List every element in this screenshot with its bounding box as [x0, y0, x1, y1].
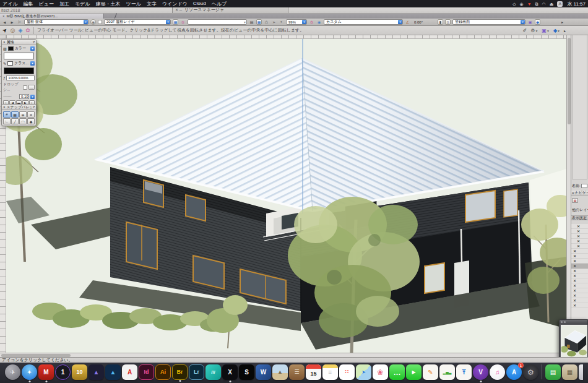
dock-green-folder[interactable]: ▤ — [545, 364, 561, 380]
diamond-icon[interactable]: ◇ — [512, 2, 516, 6]
zoom-dropdown[interactable]: 99% ▼ — [286, 19, 307, 25]
layer-check[interactable] — [98, 20, 102, 24]
menu-アイル[interactable]: アイル — [2, 1, 18, 7]
drop-shadow-check[interactable] — [23, 85, 27, 90]
snap-palette-header[interactable]: × スナップパレット ? — [2, 105, 36, 110]
pen-preview[interactable] — [4, 67, 34, 74]
layer-stepper-icon[interactable]: ▼ — [166, 20, 170, 24]
menu-文字[interactable]: 文字 — [147, 1, 157, 7]
layer-row-10[interactable]: ✕ — [571, 273, 588, 278]
dock-mcafee[interactable]: M — [38, 364, 54, 380]
dock-contacts[interactable]: ☰ — [289, 364, 305, 380]
pen-style-swatch[interactable] — [7, 61, 13, 66]
layer-dropdown[interactable]: 202F 屋根レイヤ ▼ — [104, 19, 171, 25]
mcafee-shield-icon[interactable]: ▼ — [527, 2, 532, 6]
nav-mode-icon[interactable]: ✿ — [572, 198, 578, 203]
menu-Cloud[interactable]: Cloud — [193, 1, 206, 7]
lineweight-slider[interactable]: –·–––– — [3, 95, 18, 98]
pane-single-icon[interactable]: ▮ — [438, 19, 443, 25]
dock-bridge[interactable]: Br — [172, 364, 188, 380]
visibility-mark[interactable]: ✕ — [573, 249, 576, 253]
layer-row-11[interactable]: ✕ — [571, 278, 588, 283]
view-dropdown[interactable]: 登録画面 ▼ — [452, 19, 525, 25]
document-tab[interactable]: × M邸 BIM化 推進本部2024071... — [0, 14, 104, 19]
layer-row-4[interactable]: ✕ — [571, 244, 588, 249]
class-dropdown[interactable]: 屋根-躯体 ▼ — [24, 19, 89, 25]
dock-word[interactable]: W — [256, 364, 271, 380]
vertical-scrollbar[interactable] — [566, 35, 571, 357]
snap-object-icon[interactable]: ▦ — [11, 111, 19, 118]
grid-toggle-icon[interactable]: ▦ — [256, 19, 262, 25]
menu-モデル[interactable]: モデル — [75, 1, 90, 7]
layer-row-12[interactable]: ✕ — [571, 283, 588, 288]
snap-angle-icon[interactable]: ∟ — [3, 118, 11, 124]
visibility-mark[interactable]: ✕ — [577, 229, 580, 233]
visibility-mark[interactable]: ✕ — [573, 283, 576, 288]
display-settings-header[interactable]: 表示設定 — [571, 215, 588, 220]
menu-加工[interactable]: 加工 — [59, 1, 69, 7]
gear-menu-icon[interactable]: ⚙▼ — [530, 28, 538, 33]
layer-row-2[interactable]: ✕ — [571, 234, 588, 239]
dock-preview[interactable]: ▲ — [272, 364, 288, 380]
visibility-mark[interactable]: ✕ — [573, 273, 576, 278]
toolbar-overflow-icon[interactable]: ▸ — [560, 19, 565, 25]
viewport-3d[interactable] — [6, 39, 566, 353]
announce-icon[interactable]: ⚐ — [17, 19, 22, 25]
attributes-help-icon[interactable]: ? — [33, 40, 35, 44]
dock-vectorworks[interactable]: V — [473, 364, 488, 380]
layer-row-5[interactable]: ✕ — [571, 249, 588, 254]
visibility-mark[interactable]: ✕ — [577, 244, 580, 248]
zoom-stepper-icon[interactable]: ▼ — [302, 20, 306, 24]
home-view-icon[interactable]: ⌂ — [264, 19, 269, 25]
dock-illustrator[interactable]: Ai — [155, 364, 171, 380]
visibility-mark[interactable]: ✕ — [573, 278, 576, 283]
plane-mode-icon[interactable]: ◈ — [18, 27, 22, 33]
dock-capture-one[interactable]: 1 — [55, 364, 71, 380]
diamond-menu-icon[interactable]: ◆▼ — [553, 28, 560, 33]
dock-messages[interactable]: … — [389, 364, 405, 380]
navigation-palette-header[interactable]: × ナビゲー — [571, 191, 588, 196]
navigation-close-icon[interactable]: × — [572, 191, 574, 195]
render-style-dropdown[interactable]: カスタム ▼ — [324, 19, 403, 25]
menu-ウインドウ[interactable]: ウインドウ — [162, 1, 188, 7]
snap-point-icon[interactable]: ⊕ — [19, 111, 27, 118]
input-source-icon[interactable]: A — [557, 1, 563, 7]
menu-ビュー[interactable]: ビュー — [39, 1, 54, 7]
walkthrough-icon[interactable]: ➣ — [271, 19, 277, 25]
layer-row-7[interactable]: ✕ — [571, 259, 588, 264]
dock-app-store[interactable]: A1 — [506, 364, 522, 380]
fill-color-swatch[interactable] — [8, 46, 14, 51]
preview-control-dot[interactable] — [561, 321, 563, 323]
dock-s-app[interactable]: S — [239, 364, 254, 380]
sheet-icon[interactable]: ▤ — [249, 19, 254, 25]
lineweight-field[interactable]: 0.10 — [19, 94, 29, 99]
render-stepper-icon[interactable]: ▼ — [398, 20, 402, 24]
cube-menu-icon[interactable]: ▣▼ — [542, 28, 550, 33]
angle-field[interactable]: 0.00° — [412, 19, 436, 25]
layer-row-3[interactable]: ✕ — [571, 239, 588, 244]
dock-indesign[interactable]: Id — [139, 364, 154, 380]
dock-shield-10[interactable]: 10 — [72, 364, 87, 380]
flower-mode-icon[interactable]: ✿ — [25, 27, 30, 33]
layer-row-16[interactable]: ✕ — [571, 303, 588, 308]
name-field[interactable] — [581, 184, 587, 188]
eye-icon[interactable]: ◉ — [316, 19, 322, 25]
fill-preview[interactable] — [4, 53, 34, 59]
wifi-icon[interactable]: ◠ — [542, 2, 546, 6]
dock-maps[interactable]: ➤ — [356, 364, 371, 380]
flower-tool-icon[interactable]: ✿ — [180, 19, 186, 25]
visibility-mark[interactable]: ✕ — [573, 303, 576, 308]
mode-overflow-icon[interactable]: ▸ — [564, 28, 566, 33]
layer-row-14[interactable]: ✕ — [571, 293, 588, 298]
dock-settings-wheel[interactable]: ⚙ — [523, 364, 538, 380]
saved-views-dropdown[interactable]: ▼ — [188, 19, 247, 25]
visibility-mark[interactable]: ✕ — [573, 269, 576, 273]
dock-pages[interactable]: ✎ — [423, 364, 438, 380]
pen-icon[interactable]: ✎ — [3, 61, 6, 66]
render-flower-icon[interactable]: ✿ — [309, 19, 314, 25]
forward-icon[interactable]: ▶ — [9, 19, 15, 25]
tab-close-icon[interactable]: × — [2, 14, 5, 18]
app-titlebar[interactable]: itect 2018 — [0, 7, 588, 14]
preview-window[interactable] — [559, 319, 588, 361]
fill-stepper-icon[interactable]: ▼ — [30, 46, 35, 51]
